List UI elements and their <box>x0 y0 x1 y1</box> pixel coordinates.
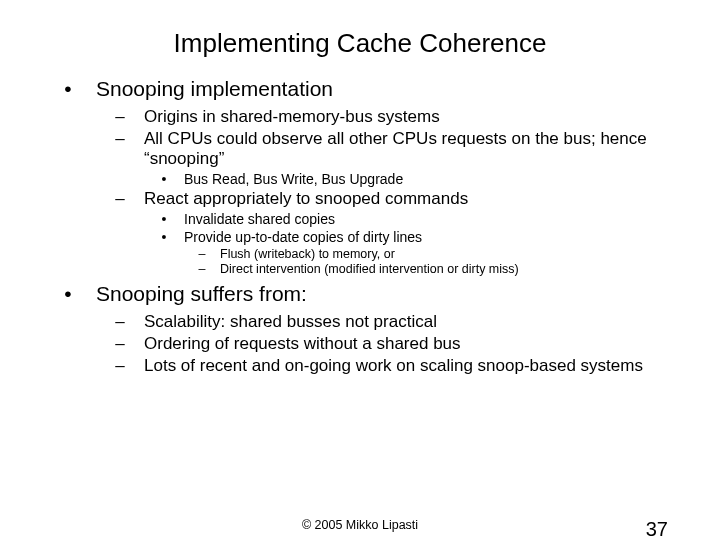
bullet-l2: – Origins in shared-memory-bus systems <box>40 107 680 127</box>
bullet-text: Flush (writeback) to memory, or <box>220 247 680 261</box>
bullet-dash-icon: – <box>96 312 144 332</box>
bullet-l1: • Snooping implementation <box>40 77 680 101</box>
bullet-dash-icon: – <box>96 356 144 376</box>
bullet-dot-icon: • <box>40 77 96 101</box>
bullet-text: Scalability: shared busses not practical <box>144 312 680 332</box>
bullet-text: Provide up-to-date copies of dirty lines <box>184 229 680 245</box>
bullet-l3: • Provide up-to-date copies of dirty lin… <box>40 229 680 245</box>
slide-title: Implementing Cache Coherence <box>40 28 680 59</box>
bullet-l2: – React appropriately to snooped command… <box>40 189 680 209</box>
bullet-l4: – Flush (writeback) to memory, or <box>40 247 680 261</box>
bullet-text: Ordering of requests without a shared bu… <box>144 334 680 354</box>
bullet-dot-icon: • <box>144 171 184 187</box>
bullet-l2: – Lots of recent and on-going work on sc… <box>40 356 680 376</box>
bullet-dot-icon: • <box>40 282 96 306</box>
bullet-dash-icon: – <box>96 334 144 354</box>
bullet-dot-icon: • <box>144 211 184 227</box>
bullet-l3: • Bus Read, Bus Write, Bus Upgrade <box>40 171 680 187</box>
bullet-text: Snooping suffers from: <box>96 282 680 306</box>
bullet-text: Origins in shared-memory-bus systems <box>144 107 680 127</box>
bullet-l1: • Snooping suffers from: <box>40 282 680 306</box>
bullet-dash-icon: – <box>96 129 144 149</box>
bullet-dash-icon: – <box>96 107 144 127</box>
bullet-l4: – Direct intervention (modified interven… <box>40 262 680 276</box>
bullet-text: Direct intervention (modified interventi… <box>220 262 680 276</box>
bullet-text: All CPUs could observe all other CPUs re… <box>144 129 680 169</box>
copyright-text: © 2005 Mikko Lipasti <box>0 518 720 532</box>
bullet-l2: – All CPUs could observe all other CPUs … <box>40 129 680 169</box>
bullet-text: React appropriately to snooped commands <box>144 189 680 209</box>
bullet-l3: • Invalidate shared copies <box>40 211 680 227</box>
bullet-text: Bus Read, Bus Write, Bus Upgrade <box>184 171 680 187</box>
bullet-dash-icon: – <box>184 262 220 276</box>
bullet-text: Lots of recent and on-going work on scal… <box>144 356 680 376</box>
bullet-text: Snooping implementation <box>96 77 680 101</box>
bullet-l2: – Ordering of requests without a shared … <box>40 334 680 354</box>
bullet-dot-icon: • <box>144 229 184 245</box>
bullet-dash-icon: – <box>96 189 144 209</box>
page-number: 37 <box>646 518 668 540</box>
slide: Implementing Cache Coherence • Snooping … <box>0 0 720 540</box>
bullet-dash-icon: – <box>184 247 220 261</box>
bullet-l2: – Scalability: shared busses not practic… <box>40 312 680 332</box>
bullet-text: Invalidate shared copies <box>184 211 680 227</box>
